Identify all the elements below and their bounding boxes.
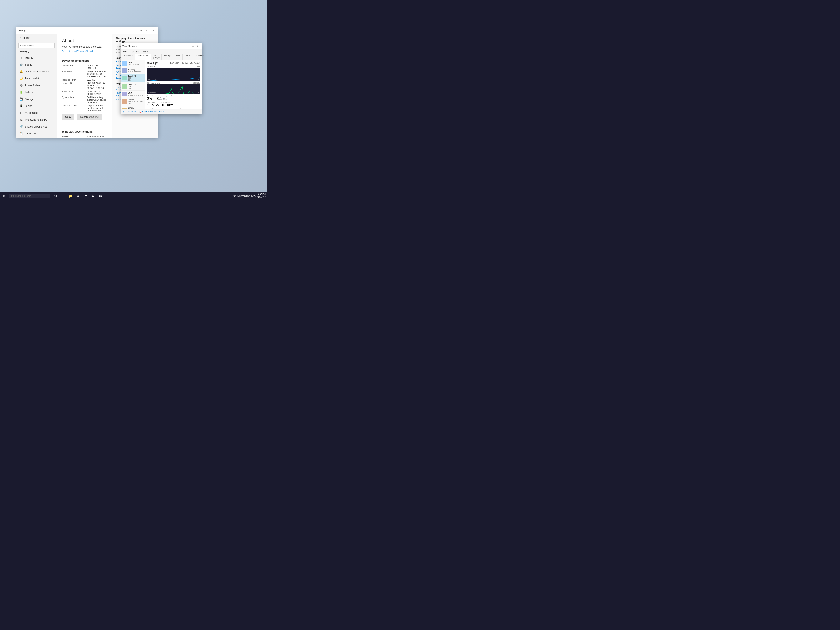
store-icon[interactable]: 🛍 bbox=[82, 193, 89, 199]
task-manager-title: Task Manager bbox=[123, 45, 186, 47]
device-name-value: DESKTOP-JCIEEJ6 bbox=[87, 65, 107, 69]
file-explorer-icon[interactable]: 📁 bbox=[67, 193, 74, 199]
cpu-label: CPU bbox=[128, 62, 144, 64]
chrome-icon[interactable]: ⊙ bbox=[74, 193, 81, 199]
memory-minimap bbox=[122, 68, 127, 73]
tm-cpu-item[interactable]: CPU 34% 1.89 GHz bbox=[121, 60, 145, 67]
home-label: Home bbox=[23, 36, 30, 39]
find-setting-input[interactable] bbox=[18, 43, 55, 48]
sidebar-item-clipboard[interactable]: 📋 Clipboard bbox=[16, 130, 57, 137]
sidebar-item-projecting[interactable]: 📽 Projecting to this PC bbox=[16, 116, 57, 123]
gpu0-pct: 0% bbox=[128, 103, 144, 104]
tm-view-menu[interactable]: View bbox=[142, 50, 149, 53]
tm-disk1-item[interactable]: Disk 1 (D:) HDD 0% bbox=[121, 82, 145, 91]
sidebar-home[interactable]: ⌂ Home bbox=[16, 34, 57, 42]
sidebar-item-shared[interactable]: 🔗 Shared experiences bbox=[16, 123, 57, 130]
right-panel-title: This page has a few new settings bbox=[115, 37, 155, 43]
tm-close-button[interactable]: ✕ bbox=[196, 44, 200, 48]
tm-options-menu[interactable]: Options bbox=[130, 50, 140, 53]
task-manager-window: Task Manager ─ □ ✕ File Options View Pro… bbox=[121, 43, 202, 114]
taskbar-search-input[interactable] bbox=[9, 194, 51, 198]
cpu-sub: 34% 1.89 GHz bbox=[128, 64, 144, 66]
tab-app-history[interactable]: App history bbox=[151, 54, 162, 60]
edge-icon[interactable]: ⬡ bbox=[60, 193, 66, 199]
tab-services[interactable]: Services bbox=[193, 54, 205, 60]
cpu-minimap bbox=[122, 61, 127, 66]
mail-icon[interactable]: ✉ bbox=[97, 193, 104, 199]
tab-processes[interactable]: Processes bbox=[121, 54, 135, 60]
sidebar-item-notifications[interactable]: 🔔 Notifications & actions bbox=[16, 68, 57, 75]
sidebar-focus-label: Focus assist bbox=[25, 77, 39, 80]
storage-icon: 💾 bbox=[20, 98, 23, 101]
settings-icon[interactable]: ⚙ bbox=[90, 193, 96, 199]
sidebar-item-remote[interactable]: ✖ Remote Desktop bbox=[16, 137, 57, 137]
disk-stats: Active time 2% Average response time 0.1… bbox=[147, 95, 200, 101]
sidebar-item-sound[interactable]: 🔊 Sound bbox=[16, 61, 57, 68]
sidebar-item-power[interactable]: ⏻ Power & sleep bbox=[16, 82, 57, 89]
start-button[interactable]: ⊞ bbox=[1, 193, 8, 199]
tab-users[interactable]: Users bbox=[173, 54, 183, 60]
sidebar-item-storage[interactable]: 💾 Storage bbox=[16, 96, 57, 103]
transfer-60s: 60 seconds bbox=[148, 92, 156, 94]
transfer-zero: 0 bbox=[198, 92, 199, 94]
sidebar-item-multitasking[interactable]: ⊞ Multitasking bbox=[16, 109, 57, 116]
tm-maximize-button[interactable]: □ bbox=[191, 44, 195, 48]
power-icon: ⏻ bbox=[20, 84, 23, 87]
shared-icon: 🔗 bbox=[20, 125, 23, 128]
windows-specs-table: Edition Windows 10 Pro Version 21H2 Inst… bbox=[62, 135, 107, 137]
task-view-icon[interactable]: ⧉ bbox=[52, 193, 59, 199]
tm-gpu0-item[interactable]: GPU 0 Intel(R) HD Graphics 0% bbox=[121, 98, 145, 106]
processor-value: Intel(R) Pentium(R) CPU 3825U @ 1.90GHz … bbox=[87, 70, 107, 78]
spec-row-device-id: Device ID 3B9538E9-68EA-40B3-8774-68DA2B… bbox=[62, 82, 107, 89]
tab-performance[interactable]: Performance bbox=[135, 54, 151, 60]
active-time-chart: 60 seconds 0 bbox=[147, 68, 200, 81]
sidebar-item-tablet[interactable]: 📱 Tablet bbox=[16, 103, 57, 109]
sidebar-item-display[interactable]: 🖥 Display bbox=[16, 54, 57, 61]
tm-wifi-item[interactable]: Wi-Fi S: 80.0 R: 64.0 Kbps bbox=[121, 91, 145, 98]
open-resource-monitor-link[interactable]: 📊 Open Resource Monitor bbox=[139, 111, 164, 113]
tm-gpu1-item[interactable]: GPU 1 AMD Radeon (TM)... 0% (34°C) bbox=[121, 106, 145, 109]
disk-speed-stats: Read speed 1.9 MB/s Write speed 20.3 KB/… bbox=[147, 101, 200, 107]
sidebar-multitasking-label: Multitasking bbox=[25, 112, 38, 114]
sidebar-item-battery[interactable]: 🔋 Battery bbox=[16, 89, 57, 96]
sidebar-clipboard-label: Clipboard bbox=[25, 132, 36, 135]
resource-monitor-icon: 📊 bbox=[139, 111, 142, 113]
zero-label: 0 bbox=[198, 79, 199, 81]
copy-device-button[interactable]: Copy bbox=[62, 114, 74, 120]
sound-icon: 🔊 bbox=[20, 63, 23, 66]
write-speed-stat: Write speed 20.3 KB/s bbox=[161, 101, 173, 107]
fewer-details-link[interactable]: ⊕ Fewer details bbox=[123, 111, 137, 113]
tab-details[interactable]: Details bbox=[183, 54, 194, 60]
display-icon: 🖥 bbox=[20, 56, 23, 59]
fewer-details-label: Fewer details bbox=[125, 111, 137, 113]
maximize-button[interactable]: □ bbox=[145, 28, 150, 33]
tm-disk0-item[interactable]: Disk 0 (C:) SSD 2% bbox=[121, 74, 145, 82]
tm-window-controls: ─ □ ✕ bbox=[186, 44, 200, 48]
gpu0-sub: Intel(R) HD Graphics bbox=[128, 101, 144, 103]
rename-pc-button[interactable]: Rename this PC bbox=[77, 114, 102, 120]
close-button[interactable]: ✕ bbox=[150, 28, 156, 33]
sidebar-item-focus[interactable]: 🌙 Focus assist bbox=[16, 75, 57, 82]
minimize-button[interactable]: ─ bbox=[139, 28, 144, 33]
settings-window-controls: ─ □ ✕ bbox=[139, 28, 156, 33]
spec-row-system-type: System type 64-bit operating system, x64… bbox=[62, 96, 107, 104]
read-speed-label: Read speed bbox=[147, 101, 158, 103]
disk1-minimap bbox=[122, 84, 127, 89]
gpu0-label: GPU 0 bbox=[128, 98, 144, 101]
device-specs-table: Device name DESKTOP-JCIEEJ6 Processor In… bbox=[62, 65, 107, 112]
write-speed-value: 20.3 KB/s bbox=[161, 103, 173, 107]
sidebar-tablet-label: Tablet bbox=[25, 104, 32, 107]
wifi-minimap bbox=[122, 92, 127, 96]
taskbar: ⊞ ⧉ ⬡ 📁 ⊙ 🛍 ⚙ ✉ 72°F Mostly sunny ENG 4:… bbox=[0, 192, 267, 200]
disk0-pct: 2% bbox=[128, 79, 144, 81]
disk0-label: Disk 0 (C:) bbox=[128, 75, 144, 77]
sidebar-storage-label: Storage bbox=[25, 98, 34, 101]
tab-startup[interactable]: Startup bbox=[162, 54, 173, 60]
spec-row-edition: Edition Windows 10 Pro bbox=[62, 135, 107, 137]
tm-file-menu[interactable]: File bbox=[122, 50, 128, 53]
windows-security-link[interactable]: See details in Windows Security bbox=[62, 50, 95, 52]
tm-minimize-button[interactable]: ─ bbox=[186, 44, 190, 48]
write-speed-label: Write speed bbox=[161, 101, 173, 103]
spec-row-pen-touch: Pen and touch No pen or touch input is a… bbox=[62, 104, 107, 112]
tm-memory-item[interactable]: Memory 2.3/7.9 GB (29%) bbox=[121, 67, 145, 74]
